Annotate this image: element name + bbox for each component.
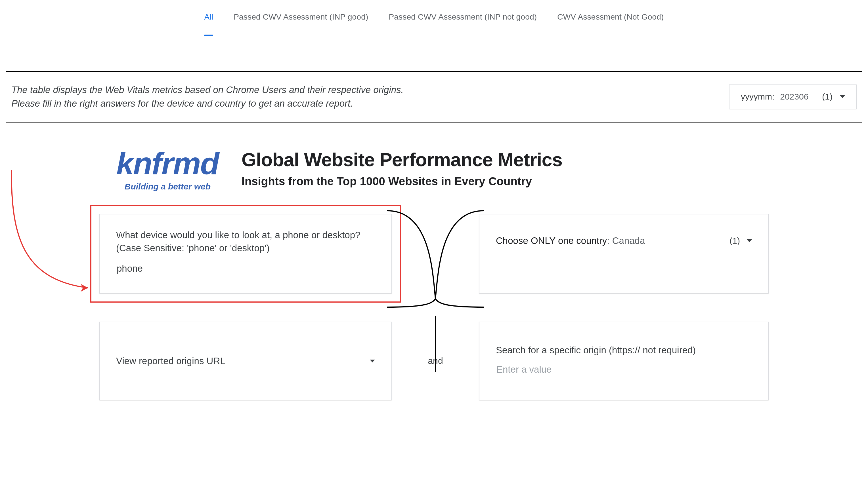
search-origin-card: Search for a specific origin (https:// n… [479,322,769,400]
tab-all[interactable]: All [203,10,214,24]
hero: knfrmd Building a better web Global Webs… [0,123,868,214]
search-origin-input[interactable] [496,363,742,378]
date-count: (1) [822,92,833,102]
country-label: Choose ONLY one country [496,235,607,246]
brand-logo: knfrmd Building a better web [116,145,219,192]
intro-text: The table displays the Web Vitals metric… [11,83,404,110]
page-subtitle: Insights from the Top 1000 Websites in E… [242,175,562,188]
device-question-card: What device would you like to look at, a… [99,214,392,294]
intro-bar: The table displays the Web Vitals metric… [6,71,862,123]
search-origin-label: Search for a specific origin (https:// n… [496,344,752,357]
date-value: 202306 [780,92,808,102]
tab-bar: All Passed CWV Assessment (INP good) Pas… [0,0,868,34]
country-value: Canada [612,235,645,246]
tab-passed-inp-not-good[interactable]: Passed CWV Assessment (INP not good) [388,10,538,24]
chevron-down-icon [370,360,375,363]
country-count: (1) [730,236,740,246]
origins-dropdown-card[interactable]: View reported origins URL [99,322,392,400]
device-question-label: What device would you like to look at, a… [116,229,375,255]
origins-dropdown-label: View reported origins URL [116,355,225,366]
chevron-down-icon [840,95,845,98]
intro-line-1: The table displays the Web Vitals metric… [11,84,404,95]
device-input[interactable] [116,262,344,277]
date-label: yyyymm [741,92,772,101]
date-period-selector[interactable]: yyyymm: 202306 (1) [729,84,857,109]
headline: Global Website Performance Metrics Insig… [242,148,562,188]
chevron-down-icon [747,239,752,242]
country-card[interactable]: Choose ONLY one country: Canada (1) [479,214,769,294]
tab-passed-inp-good[interactable]: Passed CWV Assessment (INP good) [232,10,369,24]
card-row-1: What device would you like to look at, a… [11,214,857,294]
logo-tagline: Building a better web [125,182,211,192]
intro-line-2: Please fill in the right answers for the… [11,98,353,109]
logo-word: knfrmd [116,145,219,181]
and-label: and [428,355,443,366]
tab-cwv-not-good[interactable]: CWV Assessment (Not Good) [556,10,665,24]
page-title: Global Website Performance Metrics [242,148,562,170]
card-row-2: View reported origins URL and Search for… [11,322,857,400]
